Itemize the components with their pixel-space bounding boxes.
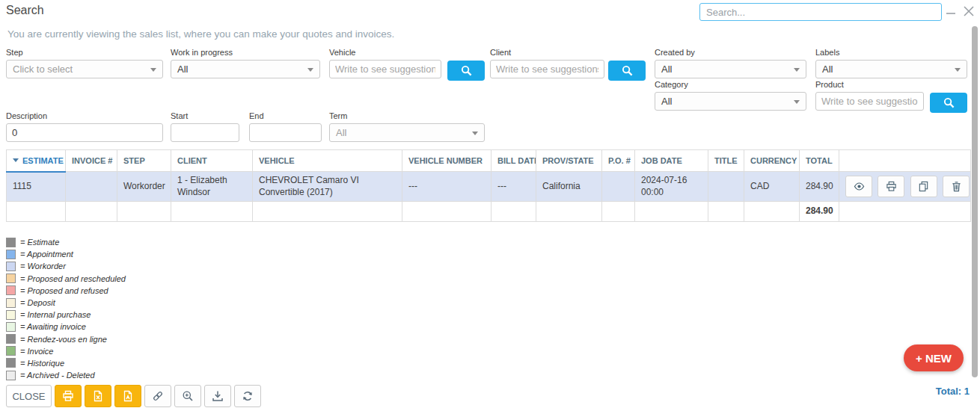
legend-item: = Rendez-vous en ligne xyxy=(6,333,126,345)
column-header-bill-date[interactable]: BILL DATE xyxy=(491,150,536,172)
column-header-currency[interactable]: CURRENCY xyxy=(744,150,800,172)
chevron-down-icon xyxy=(794,68,800,72)
rescheduled-swatch xyxy=(6,273,16,283)
view-button[interactable] xyxy=(845,176,872,197)
file-pdf-icon xyxy=(122,390,134,402)
sort-desc-icon xyxy=(13,158,19,162)
cell-actions xyxy=(839,172,971,202)
column-header-prov-state[interactable]: PROV/STATE xyxy=(536,150,602,172)
cell-prov-state: California xyxy=(536,172,602,202)
copy-link-button[interactable] xyxy=(144,385,171,407)
legend-item: = Estimate xyxy=(6,236,126,248)
table-row[interactable]: 1115 Workorder 1 - Elizabeth Windsor CHE… xyxy=(7,172,971,202)
search-icon xyxy=(943,97,955,108)
legend-label: = Archived - Deleted xyxy=(20,371,95,380)
start-input[interactable] xyxy=(171,123,239,142)
cell-total: 284.90 xyxy=(800,172,839,202)
printer-icon xyxy=(62,390,74,402)
product-input[interactable] xyxy=(815,92,924,111)
new-button[interactable]: + NEW xyxy=(904,344,964,371)
step-select-value: Click to select xyxy=(13,64,73,75)
appointment-swatch xyxy=(6,250,16,259)
minimize-button[interactable] xyxy=(944,7,958,20)
category-select[interactable]: All xyxy=(655,92,806,111)
cell-bill-date: --- xyxy=(491,172,536,202)
work-in-progress-label: Work in progress xyxy=(171,48,320,57)
labels-select[interactable]: All xyxy=(815,60,967,78)
legend-label: = Estimate xyxy=(20,238,59,247)
zoom-button[interactable] xyxy=(174,385,201,407)
step-select[interactable]: Click to select xyxy=(6,60,163,78)
legend-label: = Awaiting invoice xyxy=(20,322,86,331)
chevron-down-icon xyxy=(307,68,313,72)
table-footer-row: 284.90 xyxy=(7,202,971,222)
export-excel-button[interactable] xyxy=(85,385,111,407)
column-header-vehicle[interactable]: VEHICLE xyxy=(253,150,402,172)
cell-po xyxy=(602,172,635,202)
term-value: All xyxy=(336,127,346,138)
description-input[interactable] xyxy=(6,123,163,142)
global-search-input[interactable] xyxy=(699,3,942,21)
refresh-icon xyxy=(242,390,254,402)
labels-label: Labels xyxy=(815,48,967,57)
vehicle-input[interactable] xyxy=(329,60,441,78)
legend-item: = Invoice xyxy=(6,345,126,357)
online-appointment-swatch xyxy=(6,334,16,344)
chevron-down-icon xyxy=(794,100,800,104)
cell-estimate: 1115 xyxy=(7,172,66,202)
column-header-actions xyxy=(839,150,971,172)
product-label: Product xyxy=(815,80,924,89)
footer-total: 284.90 xyxy=(800,202,839,222)
legend-label: = Deposit xyxy=(20,298,55,307)
close-button[interactable] xyxy=(962,4,976,18)
refresh-button[interactable] xyxy=(234,385,261,407)
column-header-vehicle-number[interactable]: VEHICLE NUMBER xyxy=(402,150,491,172)
export-pdf-button[interactable] xyxy=(114,385,141,407)
cell-currency: CAD xyxy=(744,172,800,202)
legend-item: = Awaiting invoice xyxy=(6,321,126,333)
vertical-scrollbar[interactable] xyxy=(972,26,978,377)
column-header-po[interactable]: P.O. # xyxy=(602,150,635,172)
trash-icon xyxy=(951,181,962,192)
description-label: Description xyxy=(6,111,163,120)
column-header-estimate[interactable]: ESTIMATE # xyxy=(7,150,66,172)
client-search-button[interactable] xyxy=(608,61,646,81)
cell-job-date: 2024-07-16 00:00 xyxy=(635,172,708,202)
close-panel-button[interactable]: CLOSE xyxy=(6,385,52,407)
column-header-label: ESTIMATE # xyxy=(22,156,66,165)
delete-button[interactable] xyxy=(943,176,970,197)
duplicate-button[interactable] xyxy=(910,176,937,197)
download-button[interactable] xyxy=(204,385,231,407)
client-input[interactable] xyxy=(490,60,604,78)
work-in-progress-select[interactable]: All xyxy=(171,60,320,78)
estimate-swatch xyxy=(6,238,16,247)
column-header-client[interactable]: CLIENT xyxy=(171,150,253,172)
awaiting-invoice-swatch xyxy=(6,322,16,332)
category-value: All xyxy=(661,96,672,107)
printer-icon xyxy=(886,181,897,192)
print-button[interactable] xyxy=(878,176,904,197)
created-by-label: Created by xyxy=(655,48,806,57)
created-by-select[interactable]: All xyxy=(655,60,806,78)
chevron-down-icon xyxy=(955,68,961,72)
column-header-total[interactable]: TOTAL xyxy=(800,150,839,172)
column-header-title[interactable]: TITLE xyxy=(708,150,744,172)
vehicle-label: Vehicle xyxy=(329,48,441,57)
labels-value: All xyxy=(822,64,833,75)
internal-purchase-swatch xyxy=(6,310,16,320)
end-label: End xyxy=(249,111,322,120)
column-header-invoice[interactable]: INVOICE # xyxy=(66,150,117,172)
file-excel-icon xyxy=(92,390,104,402)
product-search-button[interactable] xyxy=(930,93,967,113)
download-icon xyxy=(212,390,224,402)
minimize-icon xyxy=(944,7,958,20)
status-legend: = Estimate = Appointment = Workorder = P… xyxy=(6,236,126,381)
column-header-step[interactable]: STEP xyxy=(117,150,171,172)
vehicle-search-button[interactable] xyxy=(447,61,485,81)
print-list-button[interactable] xyxy=(55,385,82,407)
category-label: Category xyxy=(655,80,806,89)
term-select[interactable]: All xyxy=(329,123,485,142)
end-input[interactable] xyxy=(249,123,322,142)
column-header-job-date[interactable]: JOB DATE xyxy=(635,150,708,172)
results-total: Total: 1 xyxy=(936,386,970,397)
